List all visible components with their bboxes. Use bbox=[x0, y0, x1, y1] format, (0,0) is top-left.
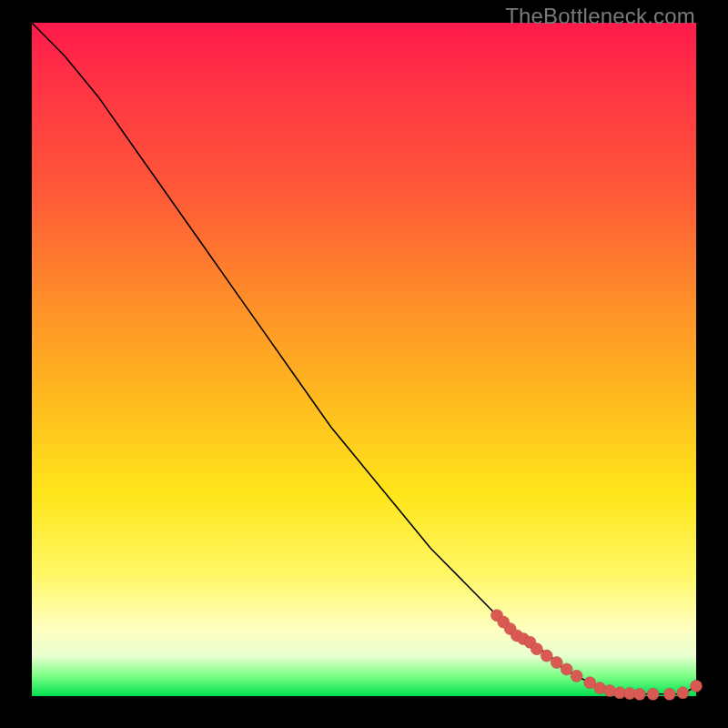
data-point bbox=[677, 687, 689, 699]
chart-frame: TheBottleneck.com bbox=[0, 0, 728, 728]
data-markers bbox=[491, 610, 703, 701]
main-curve bbox=[32, 23, 696, 694]
data-point bbox=[647, 688, 659, 700]
data-point bbox=[691, 680, 703, 692]
data-point bbox=[571, 670, 582, 682]
data-point bbox=[663, 688, 675, 700]
chart-overlay bbox=[32, 23, 696, 696]
data-point bbox=[561, 663, 572, 675]
data-point bbox=[633, 688, 645, 700]
data-point bbox=[531, 643, 542, 655]
data-point bbox=[551, 657, 562, 669]
data-point bbox=[604, 685, 616, 697]
data-point bbox=[541, 650, 552, 662]
